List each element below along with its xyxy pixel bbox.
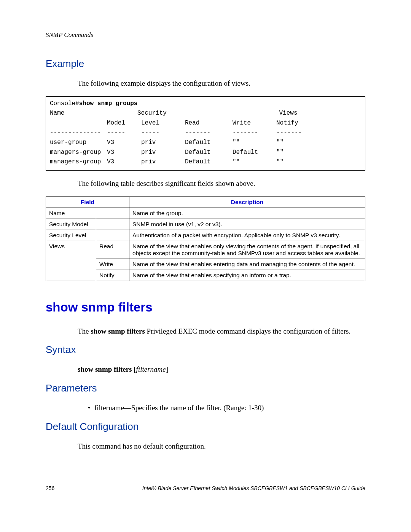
col-model: Model <box>107 118 141 128</box>
running-header: SNMP Commands <box>46 31 365 39</box>
console-sep: -------------- ----- ----- ------- -----… <box>50 128 361 138</box>
col-views: Views <box>215 109 361 118</box>
bullet-icon: • <box>87 403 91 412</box>
th-field: Field <box>46 197 129 208</box>
heading-syntax: Syntax <box>46 344 365 356</box>
th-description: Description <box>129 197 365 208</box>
console-row: managers-group V3 priv Default Default "… <box>50 148 361 158</box>
table-row: Security Model SNMP model in use (v1, v2… <box>46 219 365 230</box>
col-level: Level <box>141 118 185 128</box>
default-config-text: This command has no default configuratio… <box>78 442 365 451</box>
table-row: Name Name of the group. <box>46 208 365 219</box>
fields-table: Field Description Name Name of the group… <box>46 197 365 281</box>
console-row: user-group V3 priv Default "" "" <box>50 138 361 148</box>
col-notify: Notify <box>276 118 314 128</box>
console-prompt: Console# <box>50 99 79 109</box>
console-output: Console# show snmp groups Name Security … <box>46 96 365 171</box>
heading-parameters: Parameters <box>46 382 365 394</box>
heading-default-config: Default Configuration <box>46 421 365 433</box>
heading-example: Example <box>46 58 365 70</box>
page-number: 256 <box>46 485 54 491</box>
col-name: Name <box>50 109 107 118</box>
console-row: managers-group V3 priv Default "" "" <box>50 157 361 167</box>
syntax-line: show snmp filters [filtername] <box>78 365 365 374</box>
command-intro: The show snmp filters Privileged EXEC mo… <box>78 327 365 336</box>
col-read: Read <box>185 118 233 128</box>
parameter-item: •filtername—Specifies the name of the fi… <box>87 403 365 412</box>
command-title: show snmp filters <box>46 300 365 315</box>
table-row: Views Read Name of the view that enables… <box>46 241 365 259</box>
col-write: Write <box>233 118 276 128</box>
page-footer: 256 Intel® Blade Server Ethernet Switch … <box>46 485 365 491</box>
table-row: Security Level Authentication of a packe… <box>46 230 365 241</box>
example-intro-text: The following example displays the confi… <box>78 79 365 88</box>
footer-title: Intel® Blade Server Ethernet Switch Modu… <box>142 485 365 491</box>
table-intro-text: The following table describes significan… <box>78 179 365 188</box>
console-command: show snmp groups <box>79 99 138 109</box>
col-security: Security <box>107 109 215 118</box>
